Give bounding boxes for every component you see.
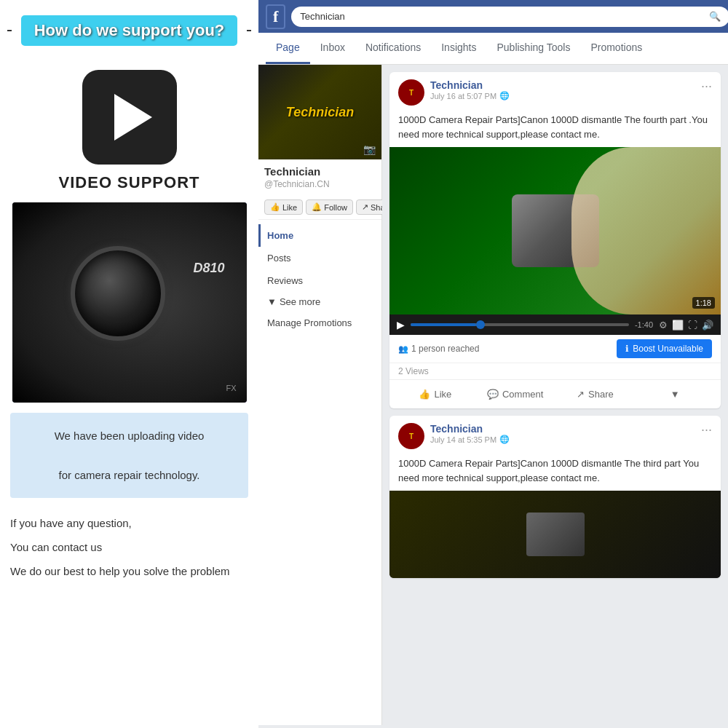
progress-fill [411, 323, 476, 326]
camera-icon-small: 📷 [363, 143, 376, 155]
nav-promotions[interactable]: Promotions [580, 33, 652, 64]
post-text-2: 1000D Camera Repair Parts]Canon 1000D di… [389, 454, 721, 491]
video-controls-1: ▶ -1:40 ⚙ ⬜ ⛶ 🔊 [389, 314, 721, 335]
post-comment-label-1: Comment [502, 389, 543, 400]
like-button[interactable]: 👍 Like [264, 199, 303, 215]
blue-text-box: We have been uploading video for camera … [10, 413, 248, 498]
share-arrow-icon: ↗ [577, 389, 585, 400]
video-time-remaining: -1:40 [635, 320, 653, 329]
follow-label: Follow [324, 203, 347, 212]
share-icon: ↗ [362, 202, 368, 212]
page-logo-text: Technician [286, 105, 354, 120]
nav-inbox[interactable]: Inbox [310, 33, 355, 64]
post-time-2: July 14 at 5:35 PM [430, 435, 701, 444]
post-avatar-1: T [398, 79, 424, 106]
info-icon: ℹ [625, 344, 629, 354]
blue-text-line2: for camera repair technology. [20, 465, 238, 485]
nav-insights[interactable]: Insights [431, 33, 486, 64]
header-line-left [7, 30, 12, 31]
people-icon [398, 344, 408, 354]
header-line-right [247, 30, 251, 31]
video-thumbnail-2 [389, 491, 721, 578]
post-author-2[interactable]: Technician [430, 423, 701, 435]
boost-label: Boost Unavailable [633, 344, 703, 354]
reach-text-1: 1 person reached [411, 344, 479, 354]
sidebar-posts[interactable]: Posts [258, 247, 381, 269]
page-name: Technician [264, 165, 376, 178]
fb-feed: T Technician July 16 at 5:07 PM ··· 1000… [382, 65, 728, 725]
sidebar-reviews[interactable]: Reviews [258, 269, 381, 292]
bottom-text-1: If you have any question, [10, 511, 248, 535]
post-card-1: T Technician July 16 at 5:07 PM ··· 1000… [389, 72, 721, 408]
page-cover: Technician 📷 [258, 65, 381, 159]
nav-page[interactable]: Page [266, 33, 310, 64]
post-meta-2: Technician July 14 at 5:35 PM [430, 423, 701, 444]
fb-topbar: f 🔍 [258, 0, 728, 33]
post-like-btn-1[interactable]: 👍 Like [395, 383, 475, 405]
fb-logo: f [266, 4, 285, 29]
action-bar: 👍 Like 🔔 Follow ↗ Share ... [258, 195, 381, 220]
post-comment-btn-1[interactable]: 💬 Comment [475, 383, 555, 405]
post-stats-1: 1 person reached ℹ Boost Unavailable [389, 335, 721, 363]
page-handle: @Technician.CN [264, 179, 376, 189]
camera-brand: FX [226, 384, 236, 392]
camera-model-label: D810 [193, 261, 224, 276]
post-text-1: 1000D Camera Repair Parts]Canon 1000D di… [389, 110, 721, 147]
follow-button[interactable]: 🔔 Follow [306, 199, 353, 215]
header-banner: How do we support you? [0, 0, 258, 55]
pip-icon[interactable]: ⬜ [672, 320, 684, 331]
nav-notifications[interactable]: Notifications [355, 33, 431, 64]
post-card-2: T Technician July 14 at 5:35 PM ··· 1000… [389, 416, 721, 578]
globe-icon [499, 91, 510, 100]
follow-icon: 🔔 [312, 202, 322, 212]
post-avatar-2: T [398, 423, 424, 449]
blue-text-line1: We have been uploading video [20, 426, 238, 446]
hand-overlay [571, 147, 721, 314]
globe-icon-2 [499, 435, 510, 444]
volume-icon[interactable]: 🔊 [702, 320, 713, 331]
play-button[interactable]: ▶ [397, 319, 405, 331]
video-support-section: VIDEO SUPPORT [0, 70, 258, 192]
boost-unavailable-button[interactable]: ℹ Boost Unavailable [617, 339, 712, 358]
sidebar-home[interactable]: Home [258, 224, 381, 247]
left-panel: How do we support you? VIDEO SUPPORT D81… [0, 0, 258, 728]
like-icon: 👍 [270, 202, 280, 212]
post-actions-1: 👍 Like 💬 Comment ↗ Share ▼ [389, 380, 721, 408]
fullscreen-icon[interactable]: ⛶ [688, 320, 697, 331]
progress-bar[interactable] [411, 323, 629, 326]
settings-icon[interactable]: ⚙ [659, 320, 668, 331]
bottom-text: If you have any question, You can contac… [0, 498, 258, 583]
nav-publishing-tools[interactable]: Publishing Tools [486, 33, 580, 64]
fb-search-input[interactable] [291, 7, 728, 27]
post-author-1[interactable]: Technician [430, 79, 701, 91]
video-play-icon [82, 70, 177, 165]
progress-dot [476, 320, 485, 329]
like-thumb-icon: 👍 [419, 389, 430, 400]
post-header-1: T Technician July 16 at 5:07 PM ··· [389, 72, 721, 110]
search-icon: 🔍 [709, 11, 721, 22]
sidebar-manage-promotions[interactable]: Manage Promotions [258, 312, 381, 334]
post-share-btn-1[interactable]: ↗ Share [555, 383, 636, 405]
post-more-action-btn-1[interactable]: ▼ [635, 383, 715, 405]
sidebar-see-more[interactable]: ▼ See more [258, 292, 381, 312]
see-more-label: See more [280, 296, 320, 307]
post-like-label-1: Like [434, 389, 451, 400]
post-more-2[interactable]: ··· [701, 423, 712, 436]
post-more-1[interactable]: ··· [701, 79, 712, 92]
fb-content: Technician 📷 Technician @Technician.CN 👍… [258, 65, 728, 725]
bottom-text-2: You can contact us [10, 535, 248, 559]
fb-page-header: Page Inbox Notifications Insights Publis… [258, 33, 728, 65]
video-time-badge-1: 1:18 [692, 297, 715, 309]
fb-sidebar: Technician 📷 Technician @Technician.CN 👍… [258, 65, 382, 725]
like-label: Like [282, 203, 297, 212]
video-support-label: VIDEO SUPPORT [59, 173, 200, 192]
sidebar-nav: Home Posts Reviews ▼ See more Manage Pro… [258, 220, 381, 339]
post-meta-1: Technician July 16 at 5:07 PM [430, 79, 701, 100]
header-title: How do we support you? [19, 13, 240, 48]
views-count-1: 2 Views [389, 363, 721, 380]
more-action-icon: ▼ [670, 389, 680, 400]
post-video-1: 1:18 [389, 147, 721, 314]
chevron-down-icon: ▼ [267, 296, 277, 307]
camera-lens [71, 246, 165, 341]
bottom-text-3: We do our best to help you solve the pro… [10, 559, 248, 583]
